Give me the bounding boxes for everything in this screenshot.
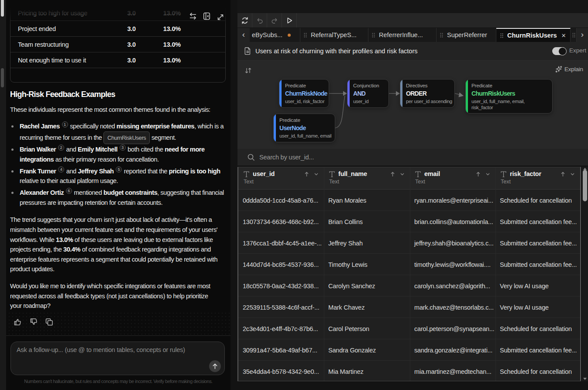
svg-text:Explain: Explain bbox=[564, 66, 583, 72]
